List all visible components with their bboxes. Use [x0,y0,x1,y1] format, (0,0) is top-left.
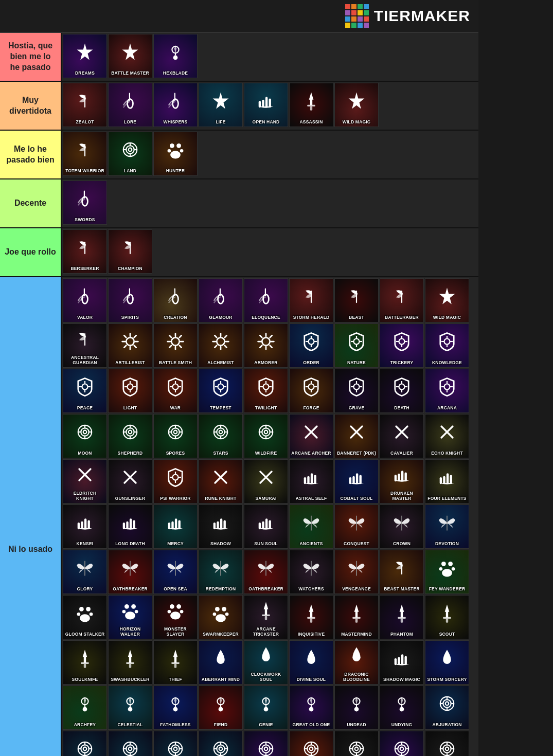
tier-item[interactable]: Shepherd [108,414,152,458]
tier-item[interactable]: Storm Herald [289,278,333,322]
tier-item[interactable]: Whispers [153,83,198,127]
tier-item[interactable]: Swashbuckler [108,640,152,685]
tier-item[interactable]: Glory [63,550,107,594]
tier-item[interactable]: Beast Master [380,550,424,594]
tier-item[interactable]: Gunslinger [108,459,152,503]
tier-item[interactable]: Thief [153,640,198,685]
tier-item[interactable]: Graviturgy [334,731,379,756]
tier-item[interactable]: Death [380,369,424,413]
tier-item[interactable]: Crown [380,505,424,549]
tier-item[interactable]: Moon [63,414,107,458]
tier-item[interactable]: Redemption [199,550,243,594]
tier-item[interactable]: Psi Warrior [153,459,198,503]
tier-item[interactable]: Illusion [380,731,424,756]
tier-item[interactable]: Totem Warrior [63,132,107,176]
tier-item[interactable]: Storm Sorcery [425,640,469,685]
tier-item[interactable]: Kensei [63,505,107,549]
tier-item[interactable]: Glamour [199,278,243,322]
tier-item[interactable]: Undead [334,686,379,730]
tier-item[interactable]: Stars [199,414,243,458]
tier-item[interactable]: Banneret (PDK) [334,414,379,458]
tier-item[interactable]: Conjuration [153,731,198,756]
tier-item[interactable]: Oathbreaker [108,550,152,594]
tier-item[interactable]: Open Hand [244,83,288,127]
tier-item[interactable]: Drunken Master [380,459,424,503]
tier-item[interactable]: Horizon Walker [108,595,152,639]
tier-item[interactable]: Soulknife [63,640,107,685]
tier-item[interactable]: Arcana [425,369,469,413]
tier-item[interactable]: Valor [63,278,107,322]
tier-item[interactable]: Samurai [244,459,288,503]
tier-item[interactable]: Wildfire [244,414,288,458]
tier-item[interactable]: Echo Knight [425,414,469,458]
tier-item[interactable]: Eloquence [244,278,288,322]
tier-item[interactable]: Hunter [153,132,198,176]
tier-item[interactable]: Battle Smith [153,323,198,368]
tier-item[interactable]: Shadow [199,505,243,549]
tier-item[interactable]: Necromancy [425,731,469,756]
tier-item[interactable]: Knowledge [425,323,469,368]
tier-item[interactable]: Arcane Archer [289,414,333,458]
tier-item[interactable]: Fathomless [153,686,198,730]
tier-item[interactable]: Abjuration [425,686,469,730]
tier-item[interactable]: Battlerager [380,278,424,322]
tier-item[interactable]: Scout [425,595,469,639]
tier-item[interactable]: Arcane Trickster [244,595,288,639]
tier-item[interactable]: Wild Magic [334,83,379,127]
tier-item[interactable]: Creation [153,278,198,322]
tier-item[interactable]: Twilight [244,369,288,413]
tier-item[interactable]: Life [199,83,243,127]
tier-item[interactable]: Alchemist [199,323,243,368]
tier-item[interactable]: Genie [244,686,288,730]
tier-item[interactable]: Oathbreaker [244,550,288,594]
tier-item[interactable]: Trickery [380,323,424,368]
tier-item[interactable]: Vengeance [334,550,379,594]
tier-item[interactable]: Grave [334,369,379,413]
tier-item[interactable]: Lore [108,83,152,127]
tier-item[interactable]: Mastermind [334,595,379,639]
tier-item[interactable]: Swords [63,181,107,225]
tier-item[interactable]: Archfey [63,686,107,730]
tier-item[interactable]: Divination [199,731,243,756]
tier-item[interactable]: Eldritch Knight [63,459,107,503]
tier-item[interactable]: Watchers [289,550,333,594]
tier-item[interactable]: Evocation [289,731,333,756]
tier-item[interactable]: Draconic Bloodline [334,640,379,685]
tier-item[interactable]: Dreams [63,34,107,78]
tier-item[interactable]: Nature [334,323,379,368]
tier-item[interactable]: Gloom Stalker [63,595,107,639]
tier-item[interactable]: Astral Self [289,459,333,503]
tier-item[interactable]: Artillerist [108,323,152,368]
tier-item[interactable]: Conquest [334,505,379,549]
tier-item[interactable]: Open Sea [153,550,198,594]
tier-item[interactable]: Monster Slayer [153,595,198,639]
tier-item[interactable]: Cavalier [380,414,424,458]
tier-item[interactable]: Mercy [153,505,198,549]
tier-item[interactable]: Champion [108,229,152,274]
tier-item[interactable]: Enchantment [244,731,288,756]
tier-item[interactable]: Celestial [108,686,152,730]
tier-item[interactable]: Devotion [425,505,469,549]
tier-item[interactable]: Undying [380,686,424,730]
tier-item[interactable]: Great Old One [289,686,333,730]
tier-item[interactable]: Shadow Magic [380,640,424,685]
tier-item[interactable]: Divine Soul [289,640,333,685]
tier-item[interactable]: Ancients [289,505,333,549]
tier-item[interactable]: Four Elements [425,459,469,503]
tier-item[interactable]: Clockwork Soul [244,640,288,685]
tier-item[interactable]: Aberrant Mind [199,640,243,685]
tier-item[interactable]: Forge [289,369,333,413]
tier-item[interactable]: Beast [334,278,379,322]
tier-item[interactable]: Tempest [199,369,243,413]
tier-item[interactable]: Inquisitive [289,595,333,639]
tier-item[interactable]: Hexblade [153,34,198,78]
tier-item[interactable]: War [153,369,198,413]
tier-item[interactable]: Spores [153,414,198,458]
tier-item[interactable]: Ancestral Guardian [63,323,107,368]
tier-item[interactable]: Peace [63,369,107,413]
tier-item[interactable]: Order [289,323,333,368]
tier-item[interactable]: Sun Soul [244,505,288,549]
tier-item[interactable]: Land [108,132,152,176]
tier-item[interactable]: Fey Wanderer [425,550,469,594]
tier-item[interactable]: Battle Master [108,34,152,78]
